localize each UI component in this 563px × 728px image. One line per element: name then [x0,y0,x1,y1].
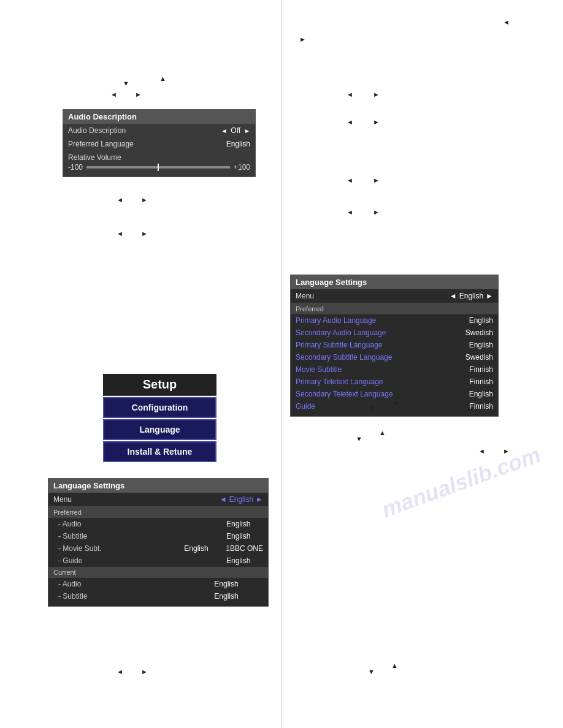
secondary-subtitle-val: Swedish [456,353,493,362]
arrow-left-ad[interactable]: ◄ [221,127,227,134]
arrow-down-1: ▼ [123,80,129,87]
current-audio-left: - Audio English [48,578,268,590]
slider-container: -100 +100 [68,163,250,172]
guide-val-left: English [226,556,263,565]
arrow-left-r7: ◄ [478,447,485,455]
current-subtitle-val-left: English [190,592,263,601]
primary-subtitle-val: English [456,341,493,349]
current-subtitle-label-left: - Subtitle [53,592,190,601]
preferred-header-right: Preferred [291,303,498,314]
arrow-right-r6: ► [373,208,380,216]
slider-min: -100 [68,163,83,172]
watermark: manualslib.com [378,442,544,523]
guide-label-right: Guide [296,402,456,411]
movie-subt-val-left: English [184,544,221,553]
current-header-left: Current [48,567,268,578]
primary-subtitle-label: Primary Subtitle Language [296,341,456,349]
setup-title: Setup [103,374,216,396]
primary-teletext-label: Primary Teletext Language [296,377,456,386]
secondary-audio-val: Swedish [456,328,493,337]
lang-panel-right-title: Language Settings [291,275,498,289]
subtitle-val-left: English [226,532,263,540]
preferred-lang-value: English [226,140,250,148]
arrow-right-r1: ◄ [503,18,510,26]
lang-menu-label-left: Menu [53,495,220,504]
primary-teletext-val: Finnish [456,377,493,386]
slider-track[interactable] [86,166,230,169]
subtitle-label-left: - Subtitle [53,532,226,540]
audio-description-panel: Audio Description Audio Description ◄ Of… [63,109,256,177]
audio-desc-title: Audio Description [63,110,255,124]
current-audio-val-left: English [190,580,263,588]
preferred-lang-label: Preferred Language [68,140,226,148]
arrow-right-r4: ► [373,118,380,126]
audio-val-left: English [226,520,263,528]
language-settings-panel-right: Language Settings Menu ◄ English ► Prefe… [290,275,499,417]
channel-left: BBC ONE [230,544,263,553]
arrow-right-menu-right[interactable]: ► [486,292,493,300]
arrow-down-r2: ▼ [356,435,362,442]
secondary-teletext-label: Secondary Teletext Language [296,390,456,398]
guide-label-left: - Guide [53,556,226,565]
lang-menu-row-right: Menu ◄ English ► [291,289,498,303]
audio-label-left: - Audio [53,520,226,528]
lang-row-audio-left: - Audio English [48,518,268,530]
arrow-left-r5: ◄ [347,176,353,184]
relative-volume-row: Relative Volume -100 +100 [63,151,255,176]
audio-desc-val-text: Off [231,126,240,135]
setup-configuration[interactable]: Configuration [103,397,216,418]
arrow-left-1: ◄ [110,91,117,98]
arrow-right-menu-left[interactable]: ► [256,495,263,504]
lang-menu-value-right: ◄ English ► [450,292,493,300]
arrow-right-3: ► [141,230,148,237]
movie-subtitle-label: Movie Subtitle [296,365,456,374]
guide-val-right: Finnish [456,402,493,411]
arrow-left-r4: ◄ [347,118,353,126]
arrow-down-r1: ▼ [368,404,375,412]
lang-menu-val-right: English [459,292,483,300]
audio-desc-label: Audio Description [68,126,221,135]
primary-audio-row: Primary Audio Language English [291,314,498,327]
arrow-right-ad[interactable]: ► [244,127,250,134]
current-subtitle-left: - Subtitle English [48,590,268,602]
arrow-left-r6: ◄ [347,208,353,216]
lang-menu-row-left: Menu ◄ English ► [48,493,268,507]
lang-menu-label-right: Menu [296,292,450,300]
preferred-lang-row: Preferred Language English [63,137,255,151]
slider-max: +100 [234,163,250,172]
movie-subt-label-left: - Movie Subt. [53,544,184,553]
arrow-left-menu-left[interactable]: ◄ [220,495,227,504]
arrow-left-3: ◄ [117,230,123,237]
arrow-right-r3: ► [373,91,380,98]
arrow-left-2: ◄ [117,196,123,203]
secondary-audio-label: Secondary Audio Language [296,328,456,337]
setup-language[interactable]: Language [103,419,216,440]
arrow-down-r3: ▼ [368,668,375,675]
secondary-subtitle-row: Secondary Subtitle Language Swedish [291,351,498,363]
movie-subtitle-val: Finnish [456,365,493,374]
arrow-right-2: ► [141,196,148,203]
arrow-left-r3: ◄ [347,91,353,98]
arrow-right-r5: ► [373,176,380,184]
page-divider [282,0,282,728]
primary-audio-val: English [456,316,493,325]
primary-subtitle-row: Primary Subtitle Language English [291,339,498,351]
secondary-audio-row: Secondary Audio Language Swedish [291,327,498,339]
lang-menu-val-left: English [229,495,253,504]
lang-panel-left-title: Language Settings [48,479,268,493]
arrow-left-menu-right[interactable]: ◄ [450,292,457,300]
secondary-subtitle-label: Secondary Subtitle Language [296,353,456,362]
audio-desc-value: ◄ Off ► [221,126,250,135]
setup-menu: Setup Configuration Language Install & R… [103,374,216,462]
arrow-up-1: ▲ [159,75,166,82]
arrow-up-r2: ▲ [379,429,386,436]
arrow-right-bottom: ► [141,668,148,675]
arrow-up-r1: ▲ [393,398,399,406]
arrow-up-r3: ▲ [391,662,398,669]
arrow-right-r2: ► [299,36,306,43]
lang-row-guide-left: - Guide English [48,555,268,567]
lang-row-movie-subt-left: - Movie Subt. English 1 BBC ONE [48,542,268,555]
secondary-teletext-val: English [456,390,493,398]
setup-install-retune[interactable]: Install & Retune [103,441,216,462]
relative-volume-label: Relative Volume [68,153,121,162]
